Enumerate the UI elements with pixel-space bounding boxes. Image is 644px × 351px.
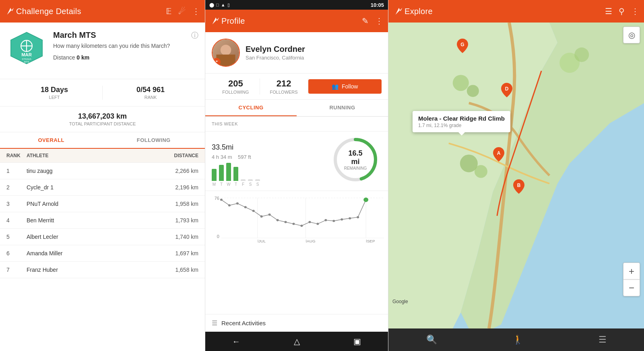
table-row: 1 tinu zaugg 2,266 km [0, 163, 205, 179]
week-circle: 16.5 mi REMAINING [329, 135, 382, 184]
rank-cell: 2 [6, 184, 27, 191]
rank-cell: 1 [6, 168, 27, 174]
week-stats: 33.5mi 4 h 34 m 597 ft MTWTFSS 16.5 mi R… [205, 131, 388, 191]
following-count: 205 [212, 78, 260, 89]
google-logo: Google [392, 299, 408, 304]
battery-icon: ▯ [227, 2, 230, 8]
rank-cell: 5 [6, 234, 27, 240]
strava-logo-explore-icon [393, 6, 405, 17]
week-bar [248, 179, 253, 181]
pin-D[interactable]: D [501, 83, 512, 99]
remaining-circle: 16.5 mi REMAINING [331, 135, 380, 184]
profile-top-bar: Profile ✎ ⋮ [205, 10, 388, 32]
recent-activities-label: Recent Activities [221, 320, 266, 326]
zoom-in-btn[interactable]: + [623, 263, 640, 279]
location-popup[interactable]: Molera - Clear Ridge Rd Climb 1.7 mi, 12… [413, 111, 510, 132]
map-container: Molera - Clear Ridge Rd Climb 1.7 mi, 12… [388, 23, 644, 328]
rank-stat: 0/54 961 RANK [103, 86, 198, 100]
athlete-cell: Ben Merritt [27, 217, 158, 224]
tab-running[interactable]: RUNNING [297, 100, 388, 116]
svg-point-48 [453, 75, 469, 91]
week-bar-day-label: W [227, 182, 230, 187]
zoom-out-btn[interactable]: − [623, 279, 640, 296]
follow-button[interactable]: 👥 Follow [308, 79, 382, 94]
strava-logo-profile-icon [210, 15, 221, 27]
svg-point-37 [316, 223, 319, 225]
search-icon[interactable]: ⚲ [619, 6, 625, 16]
week-sub-stats: 4 h 34 m 597 ft [212, 154, 329, 160]
col-distance: DISTANCE [158, 153, 198, 158]
svg-point-36 [308, 221, 311, 223]
info-icon[interactable]: ⓘ [191, 31, 198, 40]
profile-avatar [212, 39, 240, 67]
explore-search-icon[interactable]: 🔍 [426, 335, 437, 345]
days-left-stat: 18 Days LEFT [6, 86, 103, 100]
svg-text:STRAVA: STRAVA [22, 57, 31, 60]
facebook-icon[interactable]: 𝔼 [166, 6, 172, 16]
week-bar-day-label: M [213, 182, 216, 187]
layers-icon[interactable]: ☰ [605, 6, 612, 16]
distance-cell: 2,266 km [158, 168, 198, 174]
pin-G[interactable]: G [457, 39, 468, 55]
athlete-cell: tinu zaugg [27, 168, 158, 174]
followers-label: FOLLOWERS [260, 90, 308, 94]
week-time: 4 h 34 m [212, 154, 232, 160]
profile-more-icon[interactable]: ⋮ [375, 16, 383, 26]
svg-point-34 [293, 223, 295, 225]
svg-point-40 [341, 218, 343, 221]
week-bar-day-label: S [249, 182, 252, 187]
athlete-cell: Franz Huber [27, 267, 158, 273]
challenge-desc: How many kilometers can you ride this Ma… [53, 42, 185, 50]
tab-cycling[interactable]: CYCLING [205, 100, 297, 116]
distance-cell: 2,196 km [158, 184, 198, 191]
svg-text:|SEP: |SEP [366, 239, 375, 242]
week-bar-group: W [226, 163, 231, 187]
athlete-cell: PNuT Arnold [27, 201, 158, 207]
followers-stat: 212 FOLLOWERS [260, 78, 308, 94]
total-distance: 13,667,203 km TOTAL PARTICIPANT DISTANCE [0, 107, 205, 132]
location-name: Molera - Clear Ridge Rd Climb [418, 115, 505, 122]
week-bar-group: F [241, 179, 246, 187]
distance-cell: 1,740 km [158, 234, 198, 240]
athlete-cell: Albert Lecler [27, 234, 158, 240]
status-left-icons: ⬤ □ ▲ ▯ [209, 2, 230, 8]
days-left-label: LEFT [6, 95, 102, 100]
pin-A[interactable]: A [493, 147, 504, 163]
tab-overall[interactable]: OVERALL [0, 132, 103, 149]
following-label: FOLLOWING [212, 90, 260, 94]
home-nav-icon[interactable]: △ [294, 337, 300, 346]
pin-B[interactable]: B [513, 179, 524, 195]
explore-more-icon[interactable]: ⋮ [631, 6, 639, 16]
week-bar-group: S [248, 179, 253, 187]
rank-cell: 7 [6, 267, 27, 273]
distance-cell: 1,658 km [158, 267, 198, 273]
more-icon[interactable]: ⋮ [192, 6, 200, 16]
profile-panel: ⬤ □ ▲ ▯ 10:05 Profile ✎ ⋮ [205, 0, 388, 351]
svg-point-26 [228, 204, 231, 207]
week-distance-value: 33.5 [212, 143, 226, 151]
svg-point-42 [357, 216, 359, 218]
back-nav-icon[interactable]: ← [232, 337, 240, 346]
recents-nav-icon[interactable]: ▣ [353, 337, 361, 346]
distance-cell: 1,793 km [158, 217, 198, 224]
circle-text: 16.5 mi REMAINING [343, 149, 367, 170]
wifi-icon: ▲ [221, 2, 225, 7]
explore-top-icons: ☰ ⚲ ⋮ [605, 6, 639, 16]
explore-bottom-bar: 🔍 🚶 ☰ [388, 328, 644, 351]
followers-count: 212 [260, 78, 308, 89]
explore-menu-icon[interactable]: ☰ [599, 335, 607, 345]
edit-icon[interactable]: ✎ [362, 16, 369, 26]
map-controls-top-right: ◎ [623, 27, 640, 43]
location-btn[interactable]: ◎ [623, 27, 640, 43]
svg-text:MTS: MTS [24, 60, 29, 63]
android-nav: ← △ ▣ [205, 332, 388, 351]
explore-activity-icon[interactable]: 🚶 [512, 335, 523, 345]
svg-text:B: B [517, 183, 521, 188]
days-left-value: 18 Days [6, 86, 102, 94]
share-icon[interactable]: ☄ [178, 6, 186, 16]
tab-following[interactable]: FOLLOWING [103, 132, 205, 148]
follow-button-label: Follow [342, 83, 358, 90]
svg-text:76: 76 [215, 196, 219, 201]
svg-point-35 [300, 225, 303, 227]
table-row: 4 Ben Merritt 1,793 km [0, 212, 205, 229]
